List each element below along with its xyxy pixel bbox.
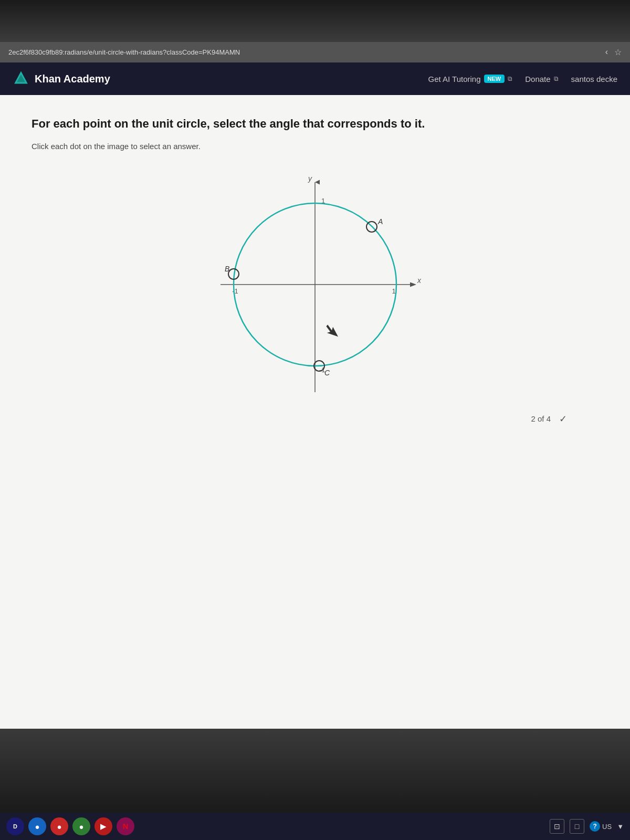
back-icon[interactable]: ‹	[605, 47, 608, 57]
us-label: US	[602, 823, 612, 831]
taskbar-info-icon[interactable]: ? US	[590, 821, 612, 832]
taskbar-icon-4[interactable]: ●	[72, 817, 90, 835]
svg-text:C: C	[324, 369, 330, 377]
progress-check-icon: ✓	[559, 413, 567, 425]
address-bar: 2ec2f6f830c9fb89:radians/e/unit-circle-w…	[0, 42, 630, 62]
unit-circle-diagram: 1 -1 1 -1 x y A B	[205, 172, 425, 403]
browser-icons: ‹ ☆	[605, 47, 622, 57]
navbar-links: Get AI Tutoring NEW ⧉ Donate ⧉ santos de…	[428, 75, 618, 83]
svg-text:y: y	[308, 174, 312, 183]
taskbar-right: ⊡ □ ? US ▼	[550, 819, 624, 834]
svg-marker-14	[323, 323, 341, 341]
question-title: For each point on the unit circle, selec…	[32, 116, 598, 132]
donate-external-icon: ⧉	[554, 75, 559, 82]
svg-text:x: x	[417, 276, 422, 285]
ai-tutoring-label: Get AI Tutoring	[428, 75, 481, 83]
donate-label: Donate	[525, 75, 550, 83]
unit-circle-svg: 1 -1 1 -1 x y A B	[205, 172, 425, 403]
question-instruction: Click each dot on the image to select an…	[32, 142, 598, 151]
svg-text:B: B	[225, 265, 229, 273]
exercise-area: For each point on the unit circle, selec…	[0, 95, 630, 778]
bottom-overlay	[0, 729, 630, 813]
taskbar-netflix-icon[interactable]: N	[117, 817, 134, 835]
brand-icon	[13, 70, 29, 87]
external-link-icon: ⧉	[508, 75, 512, 82]
new-badge: NEW	[484, 75, 505, 83]
taskbar-chrome-icon[interactable]: ●	[28, 817, 46, 835]
user-name[interactable]: santos decke	[571, 75, 617, 83]
taskbar-youtube-icon[interactable]: ▶	[94, 817, 112, 835]
taskbar: D ● ● ● ▶ N ⊡ □ ? US ▼	[0, 813, 630, 840]
taskbar-wifi-icon: ▼	[617, 823, 624, 831]
ai-tutoring-link[interactable]: Get AI Tutoring NEW ⧉	[428, 75, 513, 83]
url-text: 2ec2f6f830c9fb89:radians/e/unit-circle-w…	[8, 48, 605, 56]
taskbar-icon-3[interactable]: ●	[50, 817, 68, 835]
taskbar-window-icon[interactable]: □	[570, 819, 584, 834]
svg-text:1: 1	[392, 287, 395, 295]
progress-row: 2 of 4 ✓	[32, 403, 598, 435]
donate-link[interactable]: Donate ⧉	[525, 75, 558, 83]
navbar: Khan Academy Get AI Tutoring NEW ⧉ Donat…	[0, 62, 630, 95]
star-icon[interactable]: ☆	[614, 47, 622, 57]
svg-text:A: A	[377, 217, 383, 226]
brand[interactable]: Khan Academy	[13, 70, 110, 87]
progress-text: 2 of 4	[531, 414, 551, 423]
brand-name: Khan Academy	[35, 73, 110, 85]
taskbar-disney-icon[interactable]: D	[6, 817, 24, 835]
taskbar-screen-icon[interactable]: ⊡	[550, 819, 564, 834]
